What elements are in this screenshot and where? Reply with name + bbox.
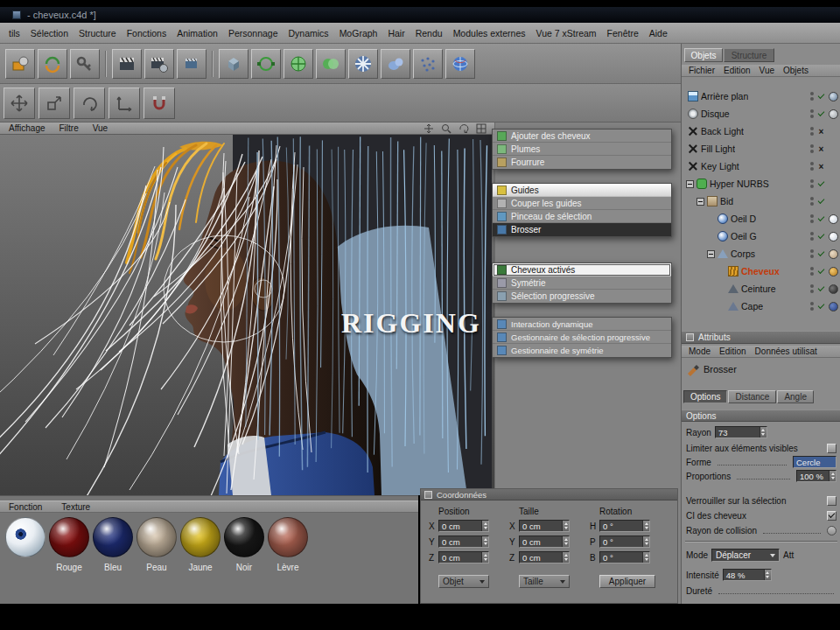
visibility-toggles[interactable] [810, 284, 814, 293]
tab-angle[interactable]: Angle [777, 390, 814, 403]
expander-icon[interactable] [686, 180, 694, 188]
menu-item-gestionnaire-symetrie[interactable]: Gestionnaire de symétrie [493, 344, 671, 357]
limiter-checkbox[interactable] [827, 444, 836, 453]
visibility-toggles[interactable] [810, 249, 814, 258]
material-item[interactable]: Lèvre [267, 517, 309, 573]
enabled-check-icon[interactable] [816, 92, 826, 102]
add-metaball-icon[interactable] [381, 49, 410, 79]
stepper[interactable] [481, 536, 488, 547]
position-z-field[interactable]: 0 cm [438, 551, 489, 564]
rotate-tool-icon[interactable] [74, 88, 105, 119]
attributes-title-bar[interactable]: Attributs [682, 331, 840, 344]
objects-menu-edition[interactable]: Edition [719, 66, 755, 75]
render-settings-icon[interactable] [144, 49, 174, 79]
tab-objets[interactable]: Objets [684, 48, 723, 62]
tab-options[interactable]: Options [683, 390, 727, 403]
stepper[interactable] [562, 521, 569, 531]
tree-item-arriere-plan[interactable]: Arrière plan [682, 88, 840, 105]
menu-item-fenetre[interactable]: Fenêtre [602, 23, 644, 43]
toggle-panels-icon[interactable] [475, 123, 487, 134]
tree-item-corps[interactable]: Corps [682, 245, 840, 262]
menu-item-dynamics[interactable]: Dynamics [284, 23, 334, 43]
position-x-field[interactable]: 0 cm [438, 520, 489, 532]
material-item[interactable]: Bleu [92, 517, 134, 573]
intensite-field[interactable]: 48 % [723, 569, 772, 581]
stepper[interactable] [562, 536, 569, 547]
forme-dropdown[interactable]: Cercle [793, 456, 836, 468]
enabled-check-icon[interactable] [816, 232, 826, 242]
menu-item-couper-guides[interactable]: Couper les guides [493, 197, 671, 210]
viewport-menu-vue[interactable]: Vue [86, 122, 115, 134]
tree-item-bid[interactable]: Bid [682, 192, 840, 210]
material-jaune-thumbnail[interactable] [180, 517, 220, 557]
visibility-toggles[interactable] [810, 144, 814, 153]
visibility-toggles[interactable] [810, 179, 814, 188]
menu-item-rendu[interactable]: Rendu [410, 23, 448, 43]
animation-key-icon[interactable] [70, 49, 100, 79]
enabled-check-icon[interactable] [816, 249, 826, 259]
add-sky-icon[interactable] [445, 49, 475, 79]
visibility-toggles[interactable] [810, 214, 814, 223]
material-noir-thumbnail[interactable] [224, 517, 264, 557]
viewport-menu-filtre[interactable]: Filtre [52, 122, 86, 134]
attributes-menu-donnees[interactable]: Données utilisat [751, 346, 822, 356]
visibility-toggles[interactable] [810, 109, 814, 118]
menu-item-structure[interactable]: Structure [74, 23, 122, 43]
render-view-icon[interactable] [112, 49, 142, 79]
menu-item-fonctions[interactable]: Fonctions [122, 23, 172, 43]
visibility-toggles[interactable] [810, 197, 814, 206]
pan-view-icon[interactable] [423, 123, 435, 134]
stepper[interactable] [829, 471, 836, 481]
ci-checkbox[interactable] [827, 511, 836, 521]
move-tool-icon[interactable] [4, 88, 35, 119]
menu-item-aide[interactable]: Aide [644, 23, 673, 43]
tree-item-cheveux[interactable]: Cheveux [682, 262, 840, 280]
materials-menu-fonction[interactable]: Fonction [9, 502, 42, 512]
material-eye-thumbnail[interactable] [5, 517, 46, 557]
tree-item-disque[interactable]: Disque [682, 105, 840, 122]
proportions-field[interactable]: 100 % [796, 470, 836, 482]
stepper[interactable] [764, 570, 771, 580]
material-rouge-thumbnail[interactable] [49, 517, 89, 557]
tree-item-cape[interactable]: Cape [682, 298, 840, 315]
enabled-check-icon[interactable] [816, 179, 826, 189]
visibility-toggles[interactable] [810, 302, 814, 311]
visibility-toggles[interactable] [810, 162, 814, 171]
snap-icon[interactable] [144, 88, 175, 119]
menu-item-fourrure[interactable]: Fourrure [493, 156, 671, 169]
enabled-check-icon[interactable] [816, 302, 826, 312]
menu-item-pinceau-selection[interactable]: Pinceau de sélection [493, 210, 671, 223]
apply-button[interactable]: Appliquer [599, 575, 655, 588]
material-item[interactable]: Noir [223, 517, 265, 573]
rotate-arrows-icon[interactable] [38, 49, 67, 79]
visibility-toggles[interactable] [810, 92, 814, 101]
coordinates-title-bar[interactable]: Coordonnées [421, 489, 677, 500]
stepper[interactable] [760, 427, 766, 438]
add-deformer-icon[interactable] [348, 49, 378, 79]
size-y-field[interactable]: 0 cm [519, 536, 570, 548]
menu-item-personnage[interactable]: Personnage [223, 23, 284, 43]
enabled-check-icon[interactable] [816, 214, 826, 224]
menu-item-symetrie[interactable]: Symétrie [493, 276, 671, 290]
add-nurbs-icon[interactable] [284, 49, 313, 79]
rotation-b-field[interactable]: 0 ° [599, 551, 650, 564]
menu-item-cheveux-actives[interactable]: Cheveux activés [493, 263, 671, 276]
objects-menu-fichier[interactable]: Fichier [684, 66, 719, 75]
material-item[interactable]: Peau [136, 517, 178, 573]
axis-lock-icon[interactable] [108, 88, 140, 119]
tab-structure[interactable]: Structure [724, 48, 774, 62]
enabled-check-icon[interactable] [816, 284, 826, 294]
rotation-h-field[interactable]: 0 ° [599, 520, 650, 532]
size-x-field[interactable]: 0 cm [519, 520, 570, 532]
object-dropdown[interactable]: Objet [438, 575, 489, 588]
collision-toggle[interactable] [827, 526, 836, 536]
visibility-toggles[interactable] [810, 127, 814, 136]
enabled-check-icon[interactable] [816, 109, 826, 119]
stepper[interactable] [642, 552, 649, 563]
enabled-check-icon[interactable] [816, 197, 826, 206]
rayon-field[interactable]: 73 [715, 426, 767, 438]
tab-distance[interactable]: Distance [728, 390, 776, 403]
attributes-menu-mode[interactable]: Mode [684, 346, 715, 356]
attributes-menu-edition[interactable]: Edition [715, 346, 751, 356]
rotate-view-icon[interactable] [458, 123, 470, 134]
